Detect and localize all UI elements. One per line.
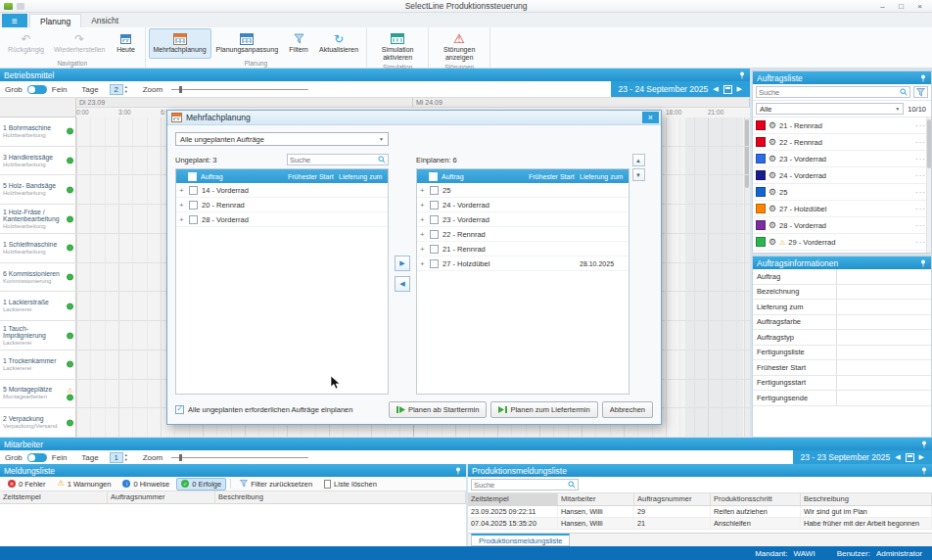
slider-handle[interactable] [179,86,182,93]
scrollbar-thumb[interactable] [927,119,931,168]
order-row[interactable]: + 20 - Rennrad [176,198,388,212]
filter-hints[interactable]: i0 Hinweise [117,478,174,490]
expand-icon[interactable]: + [420,186,429,195]
simulation-aktivieren-button[interactable]: Simulation aktivieren [370,28,425,63]
filter-errors[interactable]: ✕0 Fehler [3,478,51,490]
select-all-checkbox[interactable] [188,172,197,181]
tab-produktionsmeldungsliste[interactable]: Produktionsmeldungsliste [471,534,570,546]
maximize-icon[interactable]: □ [893,1,909,12]
zoom-slider[interactable] [171,85,308,94]
order-row[interactable]: + 14 - Vorderrad [176,183,388,198]
filtern-button[interactable]: Filtern [283,28,314,59]
row-checkbox[interactable] [189,215,198,224]
pin-icon[interactable] [454,467,462,475]
list-scrollbar[interactable] [926,117,931,253]
minimize-icon[interactable]: – [874,1,891,12]
aktualisieren-button[interactable]: ↻ Aktualisieren [314,28,363,59]
column-header[interactable]: Zeitstempel [0,491,108,503]
slider-handle[interactable] [179,454,182,461]
file-menu-button[interactable]: ≡ [2,14,27,27]
move-left-button[interactable]: ◀ [395,276,410,292]
order-filter-dropdown[interactable]: Alle ungeplanten Aufträge ▼ [175,132,389,146]
prev-day-icon[interactable]: ◀ [895,453,900,461]
column-header[interactable]: Beschreibung [215,491,466,503]
grob-fein-toggle[interactable] [27,453,47,462]
grob-fein-toggle[interactable] [27,85,47,94]
zoom-slider[interactable] [171,453,308,462]
filter-button[interactable] [913,86,928,98]
calendar-picker-icon[interactable] [906,453,914,462]
column-header[interactable]: Produktionsschritt [711,493,801,505]
select-all-checkbox[interactable] [429,172,438,181]
order-row[interactable]: + 24 - Vorderrad [417,198,629,212]
expand-icon[interactable]: + [179,201,188,210]
today-button[interactable]: Heute [111,28,142,59]
expand-icon[interactable]: + [420,230,429,239]
cancel-button[interactable]: Abbrechen [602,401,653,418]
table-row[interactable]: 07.04.2025 15:35:20 Hansen, Willi 21 Ans… [468,518,932,530]
expand-icon[interactable]: + [179,186,188,195]
tab-planung[interactable]: Planung [29,14,81,27]
undo-button[interactable]: ↶ Rückgängig [3,28,49,59]
move-right-button[interactable]: ▶ [395,256,410,271]
plan-to-delivery-button[interactable]: Planen zum Liefertermin [490,401,597,418]
row-checkbox[interactable] [430,230,439,239]
expand-icon[interactable]: + [420,245,429,254]
column-header[interactable]: Zeitstempel [468,493,558,505]
row-checkbox[interactable] [430,201,439,210]
stepper-arrows-icon[interactable]: ▲▼ [124,452,128,462]
row-checkbox[interactable] [189,186,198,195]
next-day-icon[interactable]: ▶ [737,85,742,93]
order-list-item[interactable]: ⚙ 28 - Vorderrad ··· [753,217,931,234]
search-input[interactable] [474,481,568,490]
mehrfachplanung-button[interactable]: Mehrfachplanung [149,28,211,59]
reset-filter-button[interactable]: Filter zurücksetzen [235,478,317,490]
plan-from-start-button[interactable]: Planen ab Starttermin [389,401,488,418]
move-up-button[interactable]: ▲ [632,154,645,166]
prev-day-icon[interactable]: ◀ [713,85,718,93]
tab-ansicht[interactable]: Ansicht [81,14,128,27]
tage-stepper[interactable]: 1 ▲▼ [110,452,128,463]
pin-icon[interactable] [919,259,927,267]
plan-required-checkbox[interactable]: ✓ Alle ungeplanten erforderlichen Aufträ… [175,405,352,414]
stepper-arrows-icon[interactable]: ▲▼ [124,84,128,94]
order-list-item[interactable]: ⚙ ⚠ 29 - Vorderrad ··· [753,234,931,251]
order-filter-select[interactable]: Alle ▼ [756,103,904,115]
close-icon[interactable]: × [642,112,659,123]
search-input[interactable] [290,156,378,164]
order-list-item[interactable]: ⚙ 27 - Holzdübel ··· [753,201,931,217]
order-row[interactable]: + 22 - Rennrad [417,227,629,242]
expand-icon[interactable]: + [179,215,188,224]
order-list-item[interactable]: ⚙ 25 ··· [753,184,931,201]
planungsanpassung-button[interactable]: Planungsanpassung [211,28,283,59]
expand-icon[interactable]: + [420,259,429,268]
pin-icon[interactable] [920,441,928,448]
column-header[interactable]: Mitarbeiter [558,493,634,505]
column-header[interactable]: Auftragsnummer [108,491,215,503]
tage-stepper[interactable]: 2 ▲▼ [110,84,128,95]
pin-icon[interactable] [919,74,927,82]
search-input[interactable] [759,88,900,97]
row-checkbox[interactable] [430,186,439,195]
row-checkbox[interactable] [430,245,439,254]
dialog-title-bar[interactable]: Mehrfachplanung × [167,111,661,125]
table-row[interactable]: 23.09.2025 09:22:11 Hansen, Willi 29 Rei… [468,506,932,518]
row-checkbox[interactable] [189,201,198,210]
column-header[interactable]: Beschreibung [801,493,932,505]
column-header[interactable]: Auftragsnummer [634,493,711,505]
row-checkbox[interactable] [430,259,439,268]
order-row[interactable]: + 23 - Vorderrad [417,212,629,227]
row-checkbox[interactable] [430,215,439,224]
order-row[interactable]: + 25 [417,183,629,198]
pin-icon[interactable] [920,467,928,475]
calendar-picker-icon[interactable] [723,85,732,94]
expand-icon[interactable]: + [420,201,429,210]
order-row[interactable]: + 21 - Rennrad [417,242,629,257]
filter-successes[interactable]: ✓0 Erfolge [176,478,226,490]
close-icon[interactable]: × [911,1,928,12]
clear-list-button[interactable]: Liste löschen [319,478,382,490]
move-down-button[interactable]: ▼ [632,168,645,181]
order-list-item[interactable]: ⚙ 21 - Rennrad ··· [753,117,931,134]
redo-button[interactable]: ↷ Wiederherstellen [49,28,111,59]
stoerungen-anzeigen-button[interactable]: ⚠ Störungen anzeigen [432,28,487,63]
